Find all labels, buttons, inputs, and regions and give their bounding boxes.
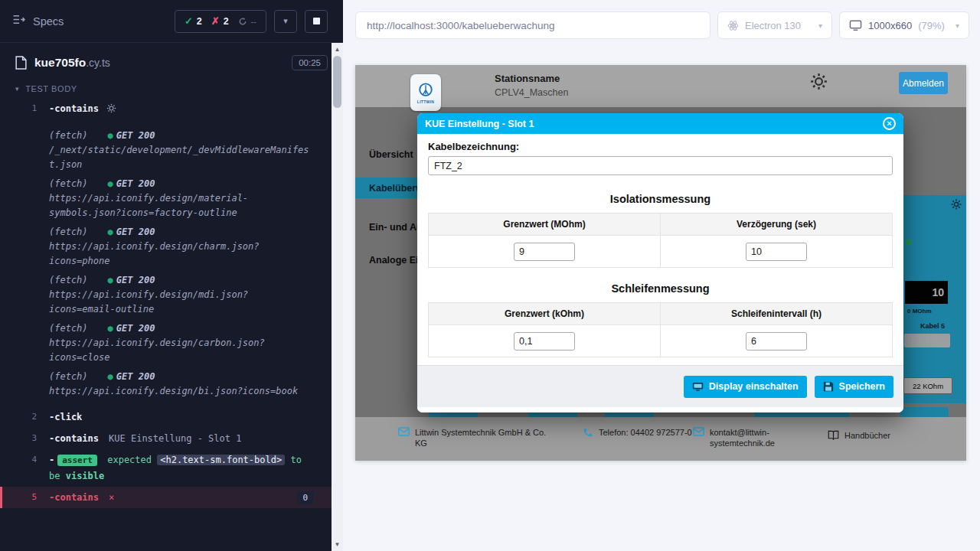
sidebar-collapse-icon[interactable] — [12, 13, 25, 29]
book-icon — [828, 430, 839, 441]
fetch-status: GET 200 — [116, 323, 155, 334]
station-name: CPLV4_Maschen — [495, 87, 568, 98]
browser-selector[interactable]: Electron 130 ▾ — [717, 11, 832, 39]
status-dot-icon: ● — [108, 275, 113, 285]
fetch-label: (fetch) — [49, 323, 88, 334]
loop-limit-input[interactable] — [514, 332, 575, 350]
footer-email[interactable]: kontakt@littwin-systemtechnik.de — [693, 427, 794, 448]
logout-button[interactable]: Abmelden — [899, 72, 948, 94]
network-log-entry[interactable]: (fetch)●GET 200 https://api.iconify.desi… — [49, 370, 313, 399]
fetch-url: /_next/static/development/_devMiddleware… — [49, 143, 313, 172]
specs-label[interactable]: Specs — [33, 15, 64, 28]
footer-phone[interactable]: Telefon: 04402 972577-0 — [583, 427, 694, 438]
pending-stat: -- — [238, 17, 256, 26]
station-label: Stationsname — [495, 73, 568, 84]
app-footer: Littwin Systemtechnik GmbH & Co. KG Tele… — [355, 417, 966, 461]
failed-stat: ✗2 — [211, 15, 229, 27]
gear-icon — [106, 105, 116, 116]
command-number: 3 — [0, 431, 49, 446]
status-dot-icon: ● — [108, 178, 113, 189]
network-log-entry[interactable]: (fetch)●GET 200 https://api.iconify.desi… — [49, 321, 313, 365]
browser-name: Electron 130 — [745, 20, 801, 31]
scrollbar-down-arrow[interactable]: ▼ — [332, 539, 343, 550]
pending-count: -- — [251, 17, 256, 26]
loop-table: Grenzwert (kOhm) Schleifenintervall (h) — [428, 302, 893, 357]
modal-footer: Display einschalten Speichern — [417, 365, 903, 407]
reporter-topbar: Specs ✓2 ✗2 -- ▾ — [0, 0, 343, 43]
stop-run-button[interactable] — [305, 10, 328, 33]
floppy-save-icon — [823, 381, 834, 392]
spec-file-icon — [15, 56, 27, 70]
fetch-url: https://api.iconify.design/charm.json?ic… — [49, 240, 313, 269]
close-icon[interactable]: × — [883, 117, 896, 130]
collapse-all-button[interactable]: ▾ — [274, 10, 297, 33]
save-button[interactable]: Speichern — [815, 376, 893, 398]
fetch-label: (fetch) — [49, 371, 88, 382]
isolation-col1-header: Grenzwert (MOhm) — [429, 214, 661, 236]
status-dot-icon: ● — [108, 371, 113, 382]
command-row-contains-failed[interactable]: 5 -contains × 0 — [0, 487, 332, 508]
scrollbar-thumb[interactable] — [333, 56, 341, 108]
loop-section-title: Schleifenmessung — [428, 282, 893, 295]
network-log-entry[interactable]: (fetch)●GET 200 https://api.iconify.desi… — [49, 225, 313, 269]
command-log: 1 -contains (fetch)●GET 200 /_next/stati… — [0, 98, 332, 508]
network-log-entry[interactable]: (fetch)●GET 200 https://api.iconify.desi… — [49, 177, 313, 220]
settings-gear-icon[interactable] — [810, 73, 828, 93]
viewport-size: 1000x660 — [868, 20, 912, 31]
loop-interval-input[interactable] — [746, 332, 807, 350]
kue-settings-modal: KUE Einstellung - Slot 1 × Kabelbezeichn… — [417, 113, 903, 412]
aut-panel: http://localhost:3000/kabelueberwachung … — [343, 0, 980, 551]
scrollbar-up-arrow[interactable]: ▲ — [332, 44, 343, 55]
stop-icon — [313, 18, 320, 24]
kabel-name-input[interactable] — [428, 156, 893, 175]
kabel-name-label: Kabelbezeichnung: — [428, 141, 893, 152]
fetch-label: (fetch) — [49, 178, 88, 189]
fetch-url: https://api.iconify.design/mdi.json?icon… — [49, 288, 313, 317]
fetch-status: GET 200 — [116, 130, 155, 141]
electron-icon — [727, 20, 739, 31]
fetch-label: (fetch) — [49, 227, 88, 237]
logo-text: LITTWIN — [417, 99, 434, 104]
viewport-selector[interactable]: 1000x660 (79%) ▾ — [839, 11, 969, 39]
fetch-status: GET 200 — [116, 178, 155, 189]
assert-badge: assert — [57, 455, 97, 466]
test-body-toggle[interactable]: ▾ TEST BODY — [0, 78, 343, 98]
phone-icon — [583, 427, 593, 438]
spec-extension: .cy.ts — [86, 57, 110, 69]
spec-duration: 00:25 — [292, 55, 328, 70]
failed-count: 2 — [224, 16, 229, 27]
reporter-scrollbar[interactable]: ▲ ▼ — [332, 43, 343, 551]
monitor-icon — [849, 19, 862, 31]
command-row-contains-1[interactable]: 1 -contains — [0, 98, 332, 121]
fetch-url: https://api.iconify.design/bi.json?icons… — [49, 384, 313, 399]
url-input[interactable]: http://localhost:3000/kabelueberwachung — [355, 11, 710, 39]
isolation-delay-input[interactable] — [746, 243, 807, 261]
command-number: 4 — [0, 452, 49, 484]
status-dot-icon: ● — [108, 130, 113, 141]
display-on-button[interactable]: Display einschalten — [684, 376, 807, 398]
app-under-test: LITTWIN Stationsname CPLV4_Maschen Abmel… — [355, 65, 966, 461]
isolation-table: Grenzwert (MOhm) Verzögerung (sek) — [428, 213, 893, 268]
chevron-down-icon: ▾ — [283, 16, 288, 26]
fetch-status: GET 200 — [116, 275, 155, 285]
network-log-entry[interactable]: (fetch)●GET 200 https://api.iconify.desi… — [49, 273, 313, 317]
command-row-assert[interactable]: 4 -assert expected <h2.text-sm.font-bold… — [0, 449, 332, 487]
spec-name[interactable]: kue705fo.cy.ts — [34, 56, 110, 70]
network-log-entry[interactable]: (fetch)●GET 200 /_next/static/developmen… — [49, 129, 313, 172]
retry-count-badge: 0 — [297, 491, 313, 504]
littwin-logo: LITTWIN — [410, 74, 441, 111]
footer-manuals[interactable]: Handbücher — [828, 430, 890, 441]
isolation-limit-input[interactable] — [514, 243, 575, 261]
loop-col1-header: Grenzwert (kOhm) — [429, 303, 661, 325]
cypress-reporter-panel: Specs ✓2 ✗2 -- ▾ kue705fo.cy.ts 00:25 ▾ … — [0, 0, 343, 551]
command-argument: × — [109, 490, 114, 505]
modal-body: Kabelbezeichnung: Isolationsmessung Gren… — [417, 134, 903, 357]
command-row-click[interactable]: 2 -click — [0, 406, 332, 428]
chevron-down-icon: ▾ — [956, 21, 959, 30]
command-name: -click — [49, 412, 82, 422]
assert-dash: - — [49, 455, 54, 465]
command-name: -contains — [49, 103, 99, 114]
chevron-down-icon: ▾ — [15, 85, 19, 93]
fetch-label: (fetch) — [49, 275, 88, 285]
command-row-contains-3[interactable]: 3 -containsKUE Einstellung - Slot 1 — [0, 428, 332, 449]
